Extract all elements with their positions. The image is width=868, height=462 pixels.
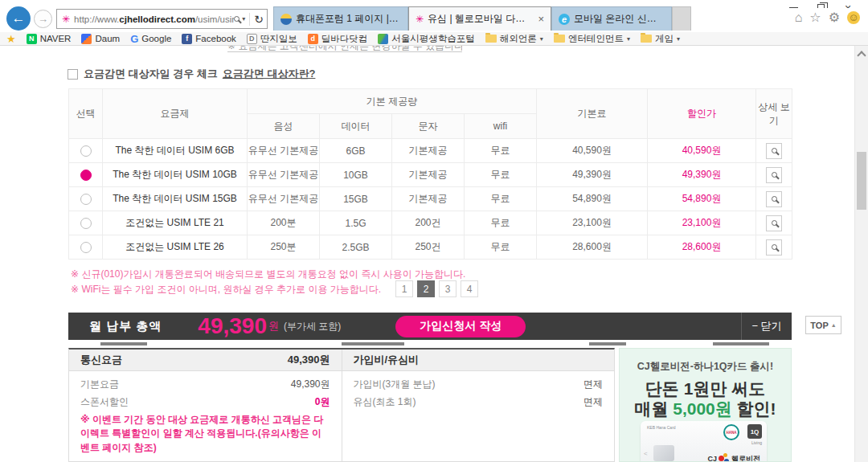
- tab-strip: 휴대폰포럼 1 페이지 | 딜바다... ✳ 유심 | 헬로모바일 다이렉트 ×…: [273, 6, 691, 31]
- tab-application[interactable]: e 모바일 온라인 신청서: [551, 6, 672, 31]
- refresh-icon[interactable]: ↻: [254, 13, 264, 26]
- site-favicon: ✳: [62, 14, 70, 25]
- bookmarks-bar: ★ NNAVER Daum GGoogle fFacebook D딴지일보 d딜…: [0, 32, 868, 46]
- magnifier-icon: [772, 196, 777, 202]
- wifi-value: 무료: [465, 163, 537, 187]
- base-fee-value: 28,600원: [537, 235, 648, 260]
- detail-view-button[interactable]: [766, 167, 782, 183]
- discount-value: 40,590원: [648, 139, 756, 163]
- tab-label: 모바일 온라인 신청서: [574, 12, 665, 26]
- forward-button[interactable]: →: [34, 10, 52, 28]
- hana-card-ad-banner[interactable]: CJ헬로비전-하나1Q카드 출시! 단돈 1원만 써도 매월 5,000원 할인…: [619, 348, 792, 462]
- back-button[interactable]: ←: [6, 6, 31, 31]
- discount-checkbox[interactable]: [68, 69, 78, 80]
- wifi-value: 무료: [465, 235, 537, 260]
- discount-value: 23,100원: [648, 211, 756, 235]
- plan-radio[interactable]: [80, 218, 92, 229]
- naver-icon: N: [27, 34, 37, 44]
- bookmark-star-icon[interactable]: ★: [6, 33, 16, 45]
- search-icon[interactable]: [234, 16, 240, 22]
- col-sms: 문자: [392, 114, 465, 139]
- base-fee-value: 40,590원: [537, 139, 648, 163]
- discount-value: 54,890원: [648, 187, 756, 211]
- new-tab-button[interactable]: [672, 6, 691, 31]
- card-chevron: <: [644, 450, 648, 457]
- fee-row: 기본요금 49,390원: [80, 378, 330, 391]
- table-row: 조건없는 USIM LTE 21 200분 1.5G 200건 무료 23,10…: [69, 211, 792, 235]
- sms-value: 200건: [392, 211, 465, 235]
- navigation-bar: ← → ✳ http://www.cjhellodirect.com/usim/…: [0, 8, 868, 32]
- scrollbar-thumb[interactable]: [857, 152, 866, 210]
- bookmark-folder-games[interactable]: 게임▾: [641, 33, 680, 45]
- gear-icon[interactable]: ⚙: [829, 10, 840, 25]
- card-chip: [653, 445, 674, 461]
- bookmark-folder-foreign-press[interactable]: 해외언론▾: [485, 33, 543, 45]
- divider: [249, 13, 250, 26]
- home-icon[interactable]: ⌂: [795, 10, 803, 25]
- bookmark-naver[interactable]: NNAVER: [27, 34, 72, 44]
- plan-name: 조건없는 USIM LTE 26: [103, 235, 248, 260]
- url-text[interactable]: http://www.cjhellodirect.com/usim/usimVi…: [74, 14, 234, 24]
- forward-icon: →: [38, 13, 48, 25]
- bookmark-daum[interactable]: Daum: [81, 34, 120, 44]
- base-fee-value: 54,890원: [537, 187, 648, 211]
- tab-close-icon[interactable]: ×: [538, 13, 544, 25]
- apply-button[interactable]: 가입신청서 작성: [395, 316, 526, 337]
- address-bar[interactable]: ✳ http://www.cjhellodirect.com/usim/usim…: [56, 9, 268, 29]
- page-button-1[interactable]: 1: [395, 280, 413, 297]
- magnifier-icon: [772, 172, 777, 178]
- detail-view-button[interactable]: [766, 239, 782, 256]
- col-data: 데이터: [320, 114, 392, 139]
- col-allowance: 기본 제공량: [248, 89, 537, 114]
- join-fee-title: 가입비/유심비: [354, 353, 420, 367]
- col-select: 선택: [69, 89, 103, 139]
- chevron-down-icon: ▾: [540, 35, 543, 43]
- detail-view-button[interactable]: [766, 191, 782, 207]
- bookmark-seoul-learning[interactable]: 서울시평생학습포털: [378, 33, 475, 45]
- plan-radio[interactable]: [80, 194, 92, 205]
- cjhello-favicon-icon: ✳: [416, 14, 424, 25]
- detail-view-button[interactable]: [766, 143, 782, 159]
- bookmark-google[interactable]: GGoogle: [130, 33, 171, 45]
- plan-radio[interactable]: [80, 242, 92, 253]
- plan-radio[interactable]: [80, 145, 92, 157]
- page-button-2-active[interactable]: 2: [417, 280, 435, 297]
- table-row: 조건없는 USIM LTE 26 250분 2.5GB 250건 무료 28,6…: [69, 235, 792, 260]
- scrollbar-up-icon[interactable]: [857, 51, 866, 59]
- bookmark-ddanzi[interactable]: D딴지일보: [247, 33, 297, 45]
- voice-value: 유무선 기본제공: [248, 139, 320, 163]
- pagination: 1 2 3 4: [395, 280, 478, 297]
- favorites-star-icon[interactable]: ☆: [809, 10, 821, 25]
- tab-forum[interactable]: 휴대폰포럼 1 페이지 | 딜바다...: [273, 6, 408, 31]
- close-bar-button[interactable]: − 닫기: [742, 319, 792, 333]
- discount-value: 49,390원: [648, 163, 756, 187]
- base-fee-value: 49,390원: [537, 163, 648, 187]
- col-base-fee: 기본료: [537, 89, 648, 139]
- voice-value: 250분: [248, 235, 320, 260]
- bookmark-facebook[interactable]: fFacebook: [182, 34, 236, 44]
- magnifier-icon: [772, 244, 777, 250]
- page-button-4[interactable]: 4: [461, 280, 478, 297]
- discount-value: 28,600원: [648, 235, 756, 260]
- discount-eligibility-link[interactable]: 요금감면 대상자란?: [223, 67, 316, 81]
- bookmark-dealbada[interactable]: d딜바다닷컴: [308, 33, 368, 45]
- col-plan: 요금제: [103, 89, 248, 139]
- col-discount: 할인가: [648, 89, 756, 139]
- chevron-down-icon[interactable]: ▾: [242, 15, 245, 22]
- bookmark-folder-entertainment[interactable]: 엔터테인먼트▾: [554, 33, 630, 45]
- page-button-3[interactable]: 3: [439, 280, 457, 297]
- tab-usim-active[interactable]: ✳ 유심 | 헬로모바일 다이렉트 ×: [408, 6, 551, 31]
- data-value: 6GB: [320, 139, 392, 163]
- wifi-value: 무료: [465, 187, 537, 211]
- scroll-top-button[interactable]: TOP ▲: [805, 316, 841, 334]
- feedback-smiley-icon[interactable]: ☺: [847, 11, 860, 24]
- plan-radio-selected[interactable]: [80, 170, 92, 181]
- detail-view-button[interactable]: [766, 215, 782, 231]
- col-wifi: wifi: [465, 114, 537, 139]
- magnifier-icon: [772, 148, 777, 153]
- table-row: The 착한 데이터 USIM 6GB 유무선 기본제공 6GB 기본제공 무료…: [69, 139, 792, 163]
- plan-name: The 착한 데이터 USIM 10GB: [103, 163, 248, 187]
- sms-value: 250건: [392, 235, 465, 260]
- sms-value: 기본제공: [392, 187, 465, 211]
- vertical-scrollbar[interactable]: [854, 46, 868, 462]
